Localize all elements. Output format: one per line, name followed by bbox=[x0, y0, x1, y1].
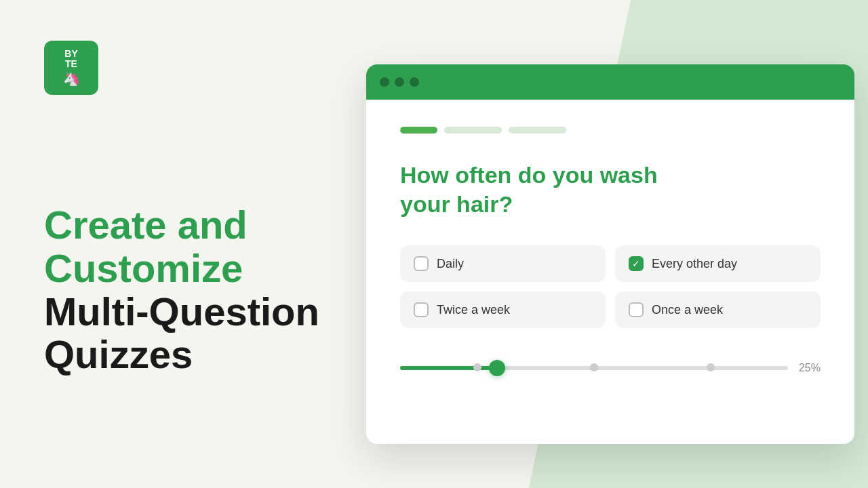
option-once-a-week[interactable]: Once a week bbox=[615, 291, 821, 328]
left-content: Create and Customize Multi-Question Quiz… bbox=[44, 203, 319, 376]
slider-percent: 25% bbox=[799, 362, 821, 374]
progress-pill-active bbox=[400, 127, 437, 134]
logo-text: BYTE bbox=[64, 49, 77, 70]
progress-pill-3 bbox=[509, 127, 566, 134]
checkbox-once-a-week[interactable] bbox=[629, 302, 644, 317]
slider-track[interactable] bbox=[400, 366, 788, 370]
options-grid: Daily ✓ Every other day Twice a week Onc… bbox=[400, 245, 821, 328]
checkbox-every-other-day[interactable]: ✓ bbox=[629, 256, 644, 271]
browser-dot-3 bbox=[410, 77, 419, 87]
checkbox-daily[interactable] bbox=[414, 256, 429, 271]
option-once-a-week-label: Once a week bbox=[652, 303, 723, 317]
browser-window: How often do you wash your hair? Daily ✓… bbox=[366, 64, 854, 444]
option-every-other-day[interactable]: ✓ Every other day bbox=[615, 245, 821, 282]
option-twice-a-week[interactable]: Twice a week bbox=[400, 291, 606, 328]
headline-line3: Multi-Question bbox=[44, 289, 319, 333]
headline-line4: Quizzes bbox=[44, 332, 193, 376]
headline: Create and Customize Multi-Question Quiz… bbox=[44, 203, 319, 376]
browser-titlebar bbox=[366, 64, 854, 100]
slider-dot-1 bbox=[473, 363, 481, 371]
progress-pills bbox=[400, 127, 821, 134]
browser-dot-2 bbox=[395, 77, 404, 87]
headline-line2: Customize bbox=[44, 246, 243, 290]
slider-dots bbox=[400, 363, 788, 371]
question-text: How often do you wash your hair? bbox=[400, 161, 685, 218]
option-twice-a-week-label: Twice a week bbox=[437, 303, 510, 317]
option-daily-label: Daily bbox=[437, 257, 464, 271]
logo-icon: 🦄 bbox=[63, 70, 80, 87]
browser-body: How often do you wash your hair? Daily ✓… bbox=[366, 100, 854, 401]
option-every-other-day-label: Every other day bbox=[652, 257, 737, 271]
slider-dot-2 bbox=[590, 363, 598, 371]
headline-line1: Create and bbox=[44, 203, 248, 247]
slider-dot-3 bbox=[707, 363, 715, 371]
option-daily[interactable]: Daily bbox=[400, 245, 606, 282]
logo: BYTE 🦄 bbox=[44, 41, 98, 95]
slider-area: 25% bbox=[400, 362, 821, 374]
checkbox-twice-a-week[interactable] bbox=[414, 302, 429, 317]
browser-dot-1 bbox=[380, 77, 389, 87]
progress-pill-2 bbox=[444, 127, 502, 134]
